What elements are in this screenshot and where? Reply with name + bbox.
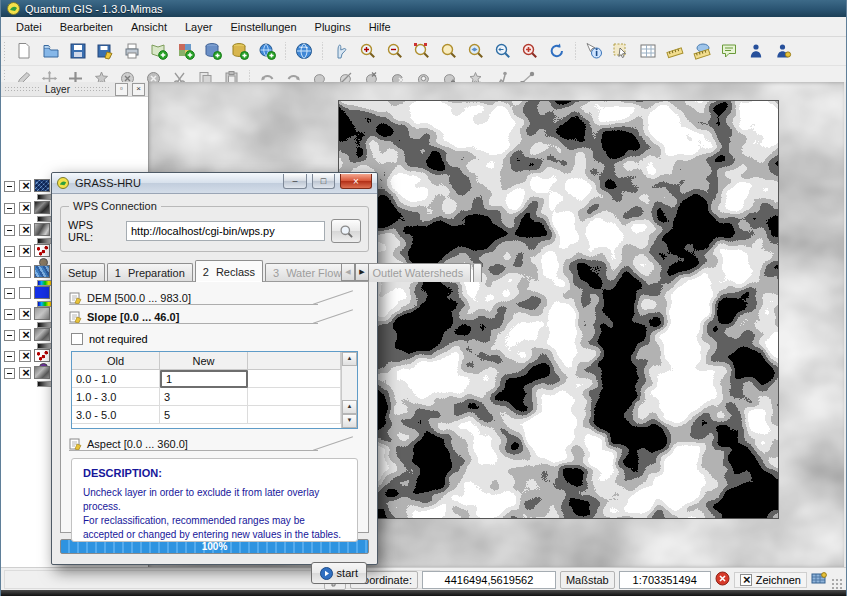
open-attribute-table-button[interactable] [634,38,661,64]
identify-features-button[interactable] [580,38,607,64]
menu-einstellungen[interactable]: Einstellungen [222,19,306,35]
tab-preparation[interactable]: 1 Preparation [107,263,193,282]
tree-expander-icon[interactable] [4,225,15,236]
table-cell-old-2[interactable]: 3.0 - 5.0 [72,406,160,424]
print-composer-button[interactable] [118,38,145,64]
magnifier-icon [339,224,354,239]
tree-expander-icon[interactable] [4,309,15,320]
scroll-up2-icon[interactable]: ▲ [342,400,357,414]
panel-drag-texture[interactable] [4,86,41,93]
zoom-last-button[interactable] [489,38,516,64]
scale-input[interactable] [619,571,711,589]
tab-outlet-watersheds[interactable]: 4 Outlet Watersheds [351,263,471,282]
column-header-new[interactable]: New [160,352,248,370]
dialog-minimize-button[interactable]: – [283,174,307,189]
layer-checkbox[interactable] [19,245,31,257]
tree-expander-icon[interactable] [4,246,15,257]
scroll-down-icon[interactable]: ▼ [342,414,357,428]
render-toggle[interactable]: Zeichnen [734,572,807,588]
layer-checkbox[interactable] [19,202,31,214]
menu-plugins[interactable]: Plugins [306,19,360,35]
tree-expander-icon[interactable] [4,203,15,214]
render-checkbox[interactable] [740,574,752,586]
dialog-close-button[interactable]: × [340,174,372,189]
menu-ansicht[interactable]: Ansicht [122,19,176,35]
tree-expander-icon[interactable] [4,267,15,278]
layer-checkbox[interactable] [19,367,31,379]
panel-float-button[interactable]: ▫ [115,83,128,96]
zoom-region-button[interactable] [408,38,435,64]
layer-checkbox[interactable] [19,266,31,278]
tab-reclass[interactable]: 2 Reclass [195,260,263,282]
zoom-to-layer-button[interactable] [462,38,489,64]
table-cell-new-0[interactable]: 1 [160,370,248,388]
tree-expander-icon[interactable] [4,288,15,299]
crs-status-button[interactable] [811,571,827,588]
tab-setup[interactable]: Setup [60,263,105,282]
layer-checkbox[interactable] [19,224,31,236]
start-button[interactable]: start [311,562,367,584]
aspect-section-header[interactable]: Aspect [0.0 ... 360.0] [69,435,360,452]
layer-checkbox[interactable] [19,180,31,192]
tab-scroll-left-icon[interactable]: ◀ [341,263,355,281]
dem-section-header[interactable]: DEM [500.0 ... 983.0] [69,289,360,306]
table-cell-new-1[interactable]: 3 [160,388,248,406]
table-cell-old-1[interactable]: 1.0 - 3.0 [72,388,160,406]
table-cell-old-0[interactable]: 0.0 - 1.0 [72,370,160,388]
show-bookmarks-button[interactable] [769,38,796,64]
not-required-checkbox[interactable] [71,333,83,345]
slope-section-header[interactable]: Slope [0.0 ... 46.0] [69,308,360,325]
toolbar-handle[interactable] [3,41,8,61]
menu-layer[interactable]: Layer [176,19,222,35]
new-bookmark-button[interactable] [742,38,769,64]
coordinate-input[interactable] [422,571,556,589]
zoom-to-selection-button[interactable] [435,38,462,64]
tree-expander-icon[interactable] [4,330,15,341]
panel-close-button[interactable]: × [132,83,145,96]
zoom-actual-button[interactable] [516,38,543,64]
layer-checkbox[interactable] [19,350,31,362]
panel-drag-texture[interactable] [74,86,111,93]
new-project-button[interactable] [10,38,37,64]
add-postgis-layer-button[interactable] [199,38,226,64]
layer-checkbox[interactable] [19,287,31,299]
table-cell-new-2[interactable]: 5 [160,406,248,424]
layer-checkbox[interactable] [19,329,31,341]
menu-bearbeiten[interactable]: Bearbeiten [51,19,122,35]
tab-5[interactable]: 5 [473,263,482,282]
stop-render-button[interactable] [715,571,730,588]
resize-grip[interactable] [831,578,843,590]
open-project-button[interactable] [37,38,64,64]
save-project-as-button[interactable] [91,38,118,64]
zoom-region-icon [413,42,431,60]
menu-datei[interactable]: Datei [7,19,51,35]
add-raster-layer-button[interactable] [172,38,199,64]
tab-scroll-right-icon[interactable]: ▶ [355,263,369,281]
map-overview-button[interactable] [290,38,317,64]
select-features-button[interactable] [607,38,634,64]
add-new-layer-button[interactable] [253,38,280,64]
measure-line-button[interactable] [661,38,688,64]
add-vector-layer-button[interactable] [145,38,172,64]
tab-water-flow[interactable]: 3 Water Flow [265,263,349,282]
add-wms-layer-button[interactable] [226,38,253,64]
tree-expander-icon[interactable] [4,181,15,192]
zoom-in-button[interactable] [354,38,381,64]
column-header-old[interactable]: Old [72,352,160,370]
menu-hilfe[interactable]: Hilfe [360,19,400,35]
wps-url-input[interactable] [126,221,325,241]
scroll-up-icon[interactable]: ▲ [342,352,357,366]
dialog-titlebar[interactable]: GRASS-HRU – □ × [52,173,377,194]
zoom-out-button[interactable] [381,38,408,64]
tree-expander-icon[interactable] [4,351,15,362]
pan-map-button[interactable] [327,38,354,64]
refresh-map-button[interactable] [543,38,570,64]
map-tips-button[interactable] [715,38,742,64]
dialog-maximize-button[interactable]: □ [312,174,335,189]
save-project-button[interactable] [64,38,91,64]
layer-checkbox[interactable] [19,308,31,320]
tree-expander-icon[interactable] [4,368,15,379]
table-scrollbar[interactable]: ▲ ▲ ▼ [341,352,357,428]
measure-area-button[interactable] [688,38,715,64]
wps-connect-button[interactable] [331,219,361,243]
